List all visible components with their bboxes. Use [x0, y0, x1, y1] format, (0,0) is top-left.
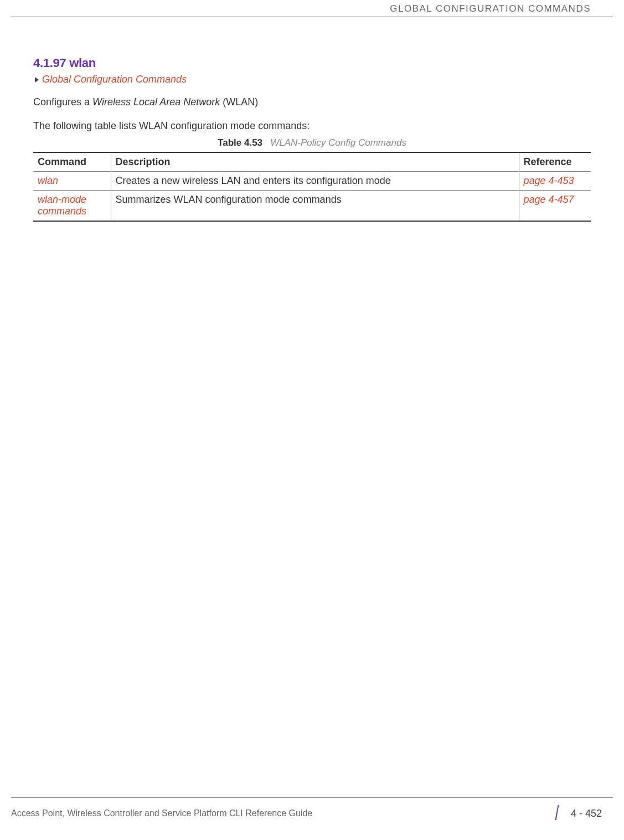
cell-reference: page 4-457: [519, 191, 591, 222]
reference-link[interactable]: page 4-453: [524, 175, 574, 186]
cell-description: Creates a new wireless LAN and enters it…: [111, 172, 519, 191]
cell-command: wlan-mode commands: [33, 191, 111, 222]
cell-command: wlan: [33, 172, 111, 191]
command-link[interactable]: wlan-mode commands: [38, 194, 86, 217]
reference-link[interactable]: page 4-457: [524, 194, 574, 205]
page-header: GLOBAL CONFIGURATION COMMANDS: [11, 0, 613, 17]
intro-suffix: (WLAN): [220, 96, 258, 107]
footer-doc-title: Access Point, Wireless Controller and Se…: [11, 808, 312, 818]
table-row: wlan Creates a new wireless LAN and ente…: [33, 172, 591, 191]
table-caption-number: Table 4.53: [218, 137, 262, 148]
table-caption: Table 4.53 WLAN-Policy Config Commands: [33, 137, 591, 148]
intro-italic: Wireless Local Area Network: [92, 96, 220, 107]
table-header-row: Command Description Reference: [33, 152, 591, 172]
page-content: 4.1.97 wlan Global Configuration Command…: [0, 17, 624, 222]
cell-reference: page 4-453: [519, 172, 591, 191]
sub-line-text: The following table lists WLAN configura…: [33, 120, 591, 132]
cell-description: Summarizes WLAN configuration mode comma…: [111, 191, 519, 222]
page-footer: Access Point, Wireless Controller and Se…: [11, 797, 613, 823]
intro-prefix: Configures a: [33, 96, 92, 107]
footer-right: / 4 - 452: [554, 803, 613, 823]
arrow-right-icon: [35, 77, 39, 83]
th-reference: Reference: [519, 152, 591, 172]
slash-icon: /: [555, 803, 559, 823]
page-header-text: GLOBAL CONFIGURATION COMMANDS: [390, 3, 591, 14]
intro-text: Configures a Wireless Local Area Network…: [33, 96, 591, 108]
page-number: 4 - 452: [571, 808, 602, 819]
th-command: Command: [33, 152, 111, 172]
table-caption-title: WLAN-Policy Config Commands: [270, 137, 406, 148]
section-heading: 4.1.97 wlan: [33, 56, 591, 70]
table-row: wlan-mode commands Summarizes WLAN confi…: [33, 191, 591, 222]
th-description: Description: [111, 152, 519, 172]
breadcrumb-link[interactable]: Global Configuration Commands: [42, 74, 187, 85]
breadcrumb[interactable]: Global Configuration Commands: [33, 74, 591, 85]
command-link[interactable]: wlan: [38, 175, 58, 186]
commands-table: Command Description Reference wlan Creat…: [33, 152, 591, 222]
